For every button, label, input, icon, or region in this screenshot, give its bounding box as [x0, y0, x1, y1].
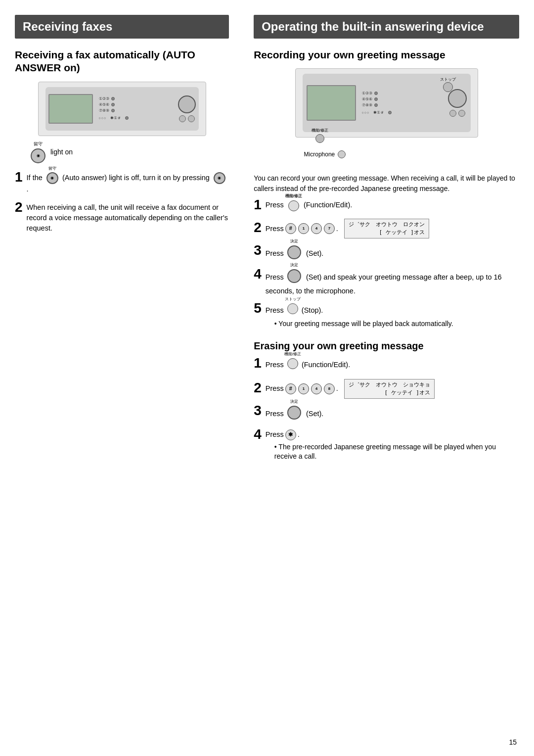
erase-step-3-content: Press 決定 (Set). [266, 406, 324, 423]
left-device-illustration: ①②③ ④⑤⑥ ⑦⑧⑨ ○○○ ✱①＃ [38, 82, 206, 136]
right-sub-header-1: Recording your own greeting message [254, 48, 519, 61]
erase-step-1-num: 1 [254, 356, 262, 370]
press-text-r3: Press [266, 249, 286, 257]
key-4: 4 [311, 223, 322, 234]
record-step-2-num: 2 [254, 221, 262, 235]
key-8-e2: 8 [324, 383, 335, 394]
light-on-area: 留守 ◉ light on [30, 141, 229, 163]
erase-step-2: 2 Press # 1 4 8 . ジ゛サク オウトウ ショウキョ [ ケッテイ… [254, 379, 519, 399]
record-step-4: 4 Press 決定 (Set) and speak your greeting… [254, 269, 519, 296]
key-7: 7 [324, 223, 335, 234]
record-step-1-num: 1 [254, 198, 262, 212]
key-1-e2: 1 [298, 383, 309, 394]
e4-period: . [298, 429, 300, 440]
erase-step-2-num: 2 [254, 381, 262, 395]
step-1-num: 1 [15, 170, 23, 184]
erase-step-2-content: Press # 1 4 8 . ジ゛サク オウトウ ショウキョ [ ケッテイ ]… [266, 379, 435, 399]
left-section-header: Receiving faxes [15, 15, 229, 39]
page-number: 15 [509, 738, 517, 746]
erase-step-1: 1 Press 機能/修正 (Function/Edit). [254, 358, 519, 372]
record-step-5-num: 5 [254, 301, 262, 315]
e3-set-text: (Set). [306, 410, 323, 418]
erasing-sub-header: Erasing your own greeting message [254, 340, 519, 352]
record-step-4-num: 4 [254, 267, 262, 281]
step-2-content: When receiving a call, the unit will rec… [27, 202, 229, 234]
erase-step-3: 3 Press 決定 (Set). [254, 406, 519, 423]
period-e2: . [336, 383, 338, 394]
record-step-1-content: Press 機能/修正 (Function/Edit). [266, 200, 352, 211]
record-bullet-1: Your greeting message will be played bac… [274, 319, 453, 329]
press-text-r1: Press [266, 201, 284, 209]
hash-key-e2: # [285, 383, 296, 394]
erase-step-3-num: 3 [254, 404, 262, 418]
step-1-block: 1 If the 留守 ◉ (Auto answer) light is off… [15, 172, 229, 194]
lcd-display-2: ジ゛サク オウトウ ショウキョ [ ケッテイ ]オス [344, 379, 435, 399]
record-step-3-num: 3 [254, 243, 262, 257]
key-1: 1 [298, 223, 309, 234]
right-device-illustration: ストップ ①②③ ④⑤⑥ ⑦⑧⑨ [295, 68, 478, 138]
step-1-text-auto: (Auto answer) light is off, turn it on b… [62, 173, 212, 181]
record-step-3-content: Press 決定 (Set). [266, 245, 324, 262]
light-on-label: light on [50, 148, 73, 156]
right-device-screen [307, 85, 356, 121]
step-2-block: 2 When receiving a call, the unit will r… [15, 202, 229, 234]
press-text-r5: Press [266, 305, 284, 316]
record-step-2: 2 Press # 1 4 7 . ジ゛サク オウトウ ロクオン [ ケッテイ … [254, 219, 519, 238]
key-4-e2: 4 [311, 383, 322, 394]
r5-stop-text: (Stop). [302, 305, 323, 316]
microphone-label: Microphone [304, 151, 335, 158]
auto-answer-button-icon: ◉ [31, 148, 45, 163]
press-text-e2: Press [266, 383, 284, 394]
e1-func-text: (Function/Edit). [302, 361, 350, 369]
record-step-5: 5 Press ストップ (Stop). Your greeting messa… [254, 303, 519, 329]
press-text-r2: Press [266, 224, 284, 234]
step-2-num: 2 [15, 200, 23, 214]
period-r2: . [336, 224, 338, 234]
lcd-display-1: ジ゛サク オウトウ ロクオン [ ケッテイ ]オス [344, 219, 429, 238]
erase-bullet-1: The pre-recorded Japanese greeting messa… [274, 442, 519, 462]
record-step-3: 3 Press 決定 (Set). [254, 245, 519, 262]
record-step-2-content: Press # 1 4 7 . ジ゛サク オウトウ ロクオン [ ケッテイ ]オ… [266, 219, 429, 238]
record-step-4-content: Press 決定 (Set) and speak your greeting m… [266, 269, 519, 296]
erase-step-4: 4 Press ✱ . The pre-recorded Japanese gr… [254, 429, 519, 462]
erase-step-1-content: Press 機能/修正 (Function/Edit). [266, 358, 350, 372]
step-1-text-if: If the [27, 173, 44, 181]
r3-set-text: (Set). [306, 249, 323, 257]
press-text-e1: Press [266, 361, 286, 369]
device-screen [48, 94, 93, 124]
press-text-r4: Press [266, 273, 286, 281]
erase-step-4-num: 4 [254, 427, 262, 441]
star-key: ✱ [285, 429, 296, 440]
step-1-period: . [27, 185, 29, 193]
press-text-e4: Press [266, 429, 284, 440]
right-section-header: Operating the built-in answering device [254, 15, 519, 39]
record-step-5-content: Press ストップ (Stop). Your greeting message… [266, 303, 453, 329]
left-sub-header: Receiving a fax automatically (AUTO ANSW… [15, 48, 229, 75]
r1-func-text: (Function/Edit). [304, 201, 352, 209]
func-label: 機能/修正 [312, 128, 328, 133]
erase-step-4-content: Press ✱ . The pre-recorded Japanese gree… [266, 429, 519, 462]
record-step-1: 1 Press 機能/修正 (Function/Edit). [254, 200, 519, 212]
recording-intro: You can record your own greeting message… [254, 173, 519, 194]
stop-label-top: ストップ [440, 77, 456, 82]
press-text-e3: Press [266, 410, 286, 418]
hash-key: # [285, 223, 296, 234]
step-1-content: If the 留守 ◉ (Auto answer) light is off, … [27, 172, 229, 194]
